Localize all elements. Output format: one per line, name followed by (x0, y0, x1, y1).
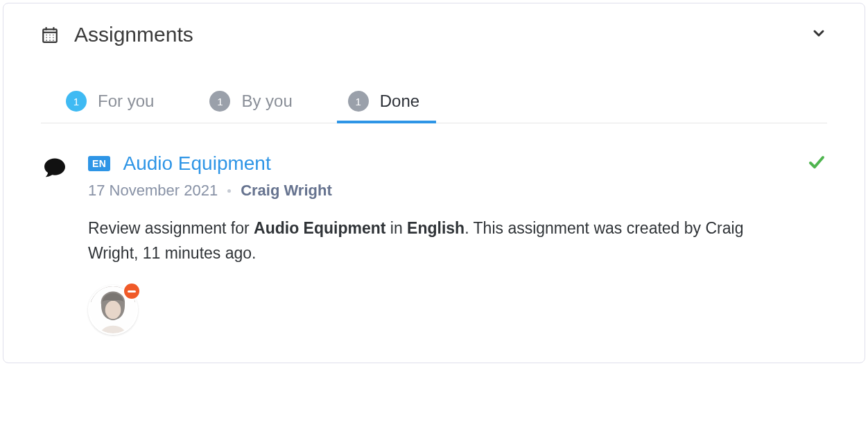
desc-text: in (385, 219, 407, 237)
assignment-item: EN Audio Equipment 17 November 2021 Crai… (41, 152, 827, 335)
svg-point-7 (46, 37, 47, 39)
assignment-title-link[interactable]: Audio Equipment (123, 152, 270, 175)
tab-label: Done (380, 92, 419, 111)
svg-point-10 (46, 40, 47, 41)
collapse-toggle[interactable] (810, 25, 827, 44)
desc-text: Review assignment for (88, 219, 254, 237)
tab-by-you[interactable]: 1 By you (204, 81, 303, 123)
desc-language: English (407, 219, 465, 237)
reviewer-row (88, 285, 827, 335)
tab-badge: 1 (209, 91, 230, 112)
tab-badge: 1 (66, 91, 87, 112)
tab-badge: 1 (348, 91, 369, 112)
tab-for-you[interactable]: 1 For you (60, 81, 165, 123)
assignment-author: Craig Wright (241, 182, 332, 200)
reviewer-avatar[interactable] (88, 285, 138, 335)
check-icon (806, 154, 827, 171)
tabs: 1 For you 1 By you 1 Done (41, 81, 827, 123)
assignment-body: EN Audio Equipment 17 November 2021 Crai… (88, 152, 827, 335)
remove-icon (123, 282, 141, 300)
meta-separator (227, 189, 231, 193)
assignments-panel: Assignments 1 For you 1 By you 1 Done (3, 3, 865, 363)
svg-point-8 (49, 37, 51, 39)
svg-point-12 (53, 40, 54, 41)
svg-point-16 (105, 301, 121, 319)
svg-point-11 (49, 40, 51, 41)
tab-label: For you (98, 92, 154, 111)
svg-point-6 (53, 35, 54, 36)
svg-point-4 (46, 35, 47, 36)
panel-title: Assignments (74, 23, 193, 46)
panel-header: Assignments (41, 23, 827, 46)
status-done (806, 154, 827, 173)
comment-icon (41, 152, 71, 335)
assignment-date: 17 November 2021 (88, 182, 218, 200)
panel-title-wrap: Assignments (41, 23, 193, 46)
title-row: EN Audio Equipment (88, 152, 827, 175)
chevron-down-icon (810, 25, 827, 42)
svg-point-5 (49, 35, 51, 36)
calendar-icon (41, 25, 59, 44)
desc-topic: Audio Equipment (254, 219, 385, 237)
tab-done[interactable]: 1 Done (342, 81, 431, 123)
tab-label: By you (241, 92, 292, 111)
meta-row: 17 November 2021 Craig Wright (88, 182, 827, 200)
language-chip: EN (88, 156, 110, 171)
assignment-description: Review assignment for Audio Equipment in… (88, 216, 788, 265)
svg-point-9 (53, 37, 54, 39)
